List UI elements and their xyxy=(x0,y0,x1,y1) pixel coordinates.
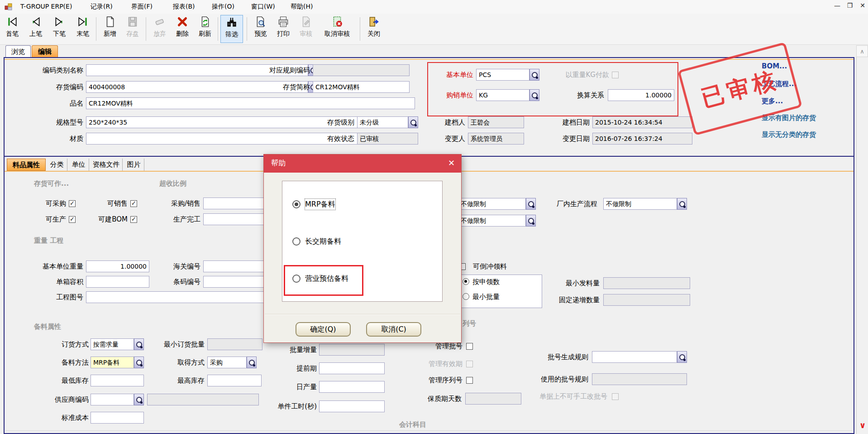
dialog-cancel-button[interactable]: 取消(C) xyxy=(366,322,421,337)
item-name-field[interactable]: CR12MOV精料 xyxy=(86,97,415,109)
next-record-button[interactable]: 下笔 xyxy=(48,15,71,43)
factory-flow-field[interactable]: 不做限制 xyxy=(603,198,677,210)
trade-unit-field[interactable]: KG xyxy=(476,89,529,101)
subtab-item-properties[interactable]: 料品属性 xyxy=(7,159,46,171)
unit-work-seconds-field[interactable] xyxy=(319,400,385,412)
base-unit-weight-field[interactable]: 1.00000 xyxy=(86,260,149,272)
supplier-code-field[interactable] xyxy=(91,394,134,405)
min-stock-field[interactable] xyxy=(91,375,144,386)
help-dialog-close-icon[interactable]: ✕ xyxy=(448,158,455,168)
menu-report[interactable]: 报表(B) xyxy=(173,3,195,11)
save-button: 存盘 xyxy=(121,15,144,43)
subtab-category[interactable]: 分类 xyxy=(47,159,67,171)
print-button[interactable]: 打印 xyxy=(272,15,295,43)
rule-code-field xyxy=(313,64,410,76)
item-level-field[interactable]: 未分级 xyxy=(357,116,408,128)
prep-method-lookup-icon[interactable] xyxy=(134,357,144,368)
supplier-code-lookup-icon[interactable] xyxy=(134,394,144,405)
over-receive-section-title: 超收比例 xyxy=(159,179,186,188)
lead-time-field[interactable] xyxy=(319,362,385,374)
subtab-unit[interactable]: 单位 xyxy=(68,159,89,171)
trade-unit-lookup-icon[interactable] xyxy=(529,89,539,101)
item-short-name-field[interactable]: CR12MOV精料 xyxy=(313,81,410,93)
factory-flow-lookup-icon[interactable] xyxy=(677,198,687,210)
show-uncategorized-link[interactable]: 显示无分类的存货 xyxy=(762,130,816,139)
order-mode-field[interactable]: 按需求量 xyxy=(91,338,134,350)
option-long-lead-label[interactable]: 长交期备料 xyxy=(305,236,341,247)
std-cost-field[interactable] xyxy=(91,412,144,424)
delete-button[interactable]: 删除 xyxy=(171,15,194,43)
acquire-mode-field[interactable]: 采购 xyxy=(207,357,247,368)
drawing-no-field[interactable] xyxy=(86,291,268,303)
purchasable-checkbox[interactable] xyxy=(69,200,76,207)
vertical-scrollbar[interactable] xyxy=(856,45,868,434)
subtab-qualification[interactable]: 资格文件 xyxy=(90,159,123,171)
restore-icon[interactable]: ❐ xyxy=(844,2,855,9)
batch-rule-lookup-icon[interactable] xyxy=(677,351,687,363)
subtab-image[interactable]: 图片 xyxy=(124,159,144,171)
min-batch-radio[interactable] xyxy=(463,293,469,300)
menu-help[interactable]: 帮助(H) xyxy=(291,3,313,11)
limit1-field[interactable]: 不做限制 xyxy=(458,198,526,210)
erp-window: T-GROUP ERP(E) 记录(R) 界面(F) 报表(B) 操作(O) 窗… xyxy=(0,0,868,434)
option-mrp-radio[interactable] xyxy=(292,200,300,208)
preview-button[interactable]: 预览 xyxy=(249,15,272,43)
lead-time-label: 提前期 xyxy=(282,362,317,374)
daily-output-field[interactable] xyxy=(319,381,385,393)
toolbar-separator xyxy=(218,17,218,41)
by-request-radio[interactable] xyxy=(463,278,469,285)
delete-x-icon xyxy=(171,15,194,30)
scroll-up-icon[interactable]: ∧ xyxy=(856,45,868,57)
manage-serial-checkbox[interactable] xyxy=(466,377,473,384)
item-level-lookup-icon[interactable] xyxy=(408,116,418,128)
menu-ui[interactable]: 界面(F) xyxy=(131,3,153,11)
close-window-button[interactable]: 关闭 xyxy=(362,15,385,43)
menu-window[interactable]: 窗口(W) xyxy=(251,3,275,11)
new-button[interactable]: 新增 xyxy=(99,15,121,43)
option-mrp-label[interactable]: MRP备料 xyxy=(305,199,335,210)
bom-allowed-checkbox[interactable] xyxy=(130,216,137,223)
tab-browse[interactable]: 浏览 xyxy=(5,45,31,58)
max-stock-field[interactable] xyxy=(207,375,262,386)
order-mode-label: 订货方式 xyxy=(54,338,89,350)
limit2-lookup-icon[interactable] xyxy=(526,215,536,227)
dialog-ok-button[interactable]: 确定(Q) xyxy=(296,322,351,337)
producible-checkbox[interactable] xyxy=(69,216,76,223)
barcode-field[interactable] xyxy=(203,276,268,288)
cancel-audit-icon xyxy=(318,15,356,30)
batch-rule-field[interactable] xyxy=(592,351,677,363)
menu-app[interactable]: T-GROUP ERP(E) xyxy=(20,3,72,10)
abandon-button: 放弃 xyxy=(148,15,171,43)
scroll-down-icon[interactable]: ∨ xyxy=(857,419,868,432)
menu-record[interactable]: 记录(R) xyxy=(91,3,113,11)
acquire-mode-lookup-icon[interactable] xyxy=(247,357,257,368)
account-section-title: 会计科目 xyxy=(399,420,426,429)
prev-record-button[interactable]: 上笔 xyxy=(24,15,47,43)
filter-button[interactable]: 筛选 xyxy=(220,15,243,43)
order-mode-lookup-icon[interactable] xyxy=(134,338,144,350)
menu-action[interactable]: 操作(O) xyxy=(212,3,234,11)
fixed-increment-label: 固定递增数量 xyxy=(550,294,600,306)
limit1-lookup-icon[interactable] xyxy=(526,198,536,210)
cancel-audit-button[interactable]: 取消审核 xyxy=(318,15,356,43)
refresh-button[interactable]: 刷新 xyxy=(194,15,216,43)
close-icon[interactable]: ✕ xyxy=(857,2,868,9)
minimize-icon[interactable]: — xyxy=(832,2,843,9)
prep-method-field[interactable]: MRP备料 xyxy=(91,357,134,368)
limit2-field[interactable]: 不做限制 xyxy=(458,215,526,227)
box-volume-field[interactable] xyxy=(86,276,149,288)
tab-edit[interactable]: 编辑 xyxy=(32,45,58,58)
first-record-button[interactable]: 首笔 xyxy=(1,15,24,43)
conversion-field[interactable]: 1.00000 xyxy=(608,89,674,101)
manage-batch-checkbox[interactable] xyxy=(466,343,473,350)
option-long-lead-radio[interactable] xyxy=(292,237,300,246)
help-dialog-titlebar[interactable]: 帮助 ✕ xyxy=(264,154,461,173)
base-unit-field[interactable]: PCS xyxy=(476,69,529,81)
last-record-button[interactable]: 末笔 xyxy=(72,15,94,43)
sellable-checkbox[interactable] xyxy=(130,200,137,207)
base-unit-lookup-icon[interactable] xyxy=(529,69,539,81)
customs-code-field[interactable] xyxy=(203,260,268,272)
production-done-ratio-field[interactable] xyxy=(203,213,268,225)
purchase-sale-ratio-field[interactable] xyxy=(203,198,268,209)
eraser-icon xyxy=(148,15,171,30)
